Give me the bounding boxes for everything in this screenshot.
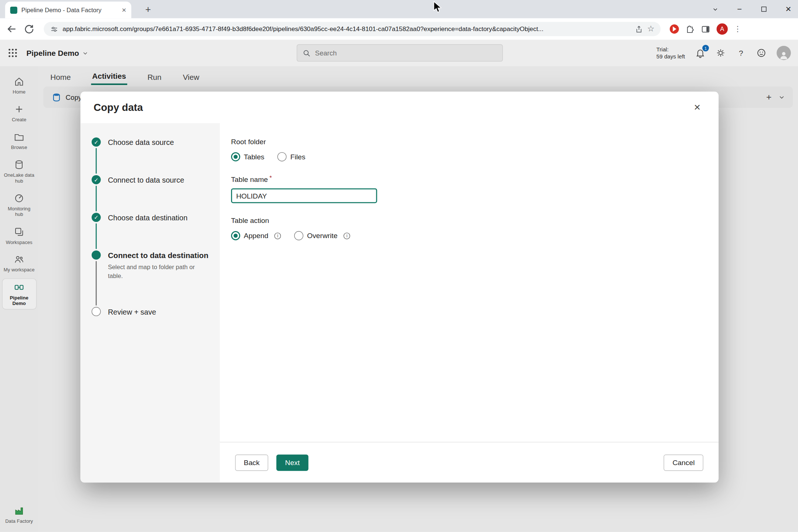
header-right-cluster: Trial: 59 days left 1 ? <box>656 46 791 60</box>
new-tab-button[interactable]: + <box>142 3 155 16</box>
step-description: Select and map to folder path or table. <box>108 263 206 281</box>
tab-home[interactable]: Home <box>50 68 72 84</box>
search-input[interactable] <box>315 49 497 57</box>
close-window-button[interactable]: × <box>784 4 793 14</box>
puzzle-extensions-icon[interactable] <box>685 24 695 34</box>
wizard-step-connect-to-data-source[interactable]: ✓ Connect to data source <box>92 175 220 213</box>
radio-append[interactable]: Append i <box>231 231 281 240</box>
address-bar[interactable]: app.fabric.microsoft.com/groups/7e661a71… <box>44 22 661 36</box>
cancel-button[interactable]: Cancel <box>664 454 703 471</box>
chevron-down-icon <box>83 50 88 56</box>
table-name-input[interactable] <box>231 188 377 203</box>
radio-selected-icon <box>231 231 240 240</box>
side-panel-icon[interactable] <box>701 24 710 34</box>
sidebar-item-browse[interactable]: Browse <box>2 129 36 153</box>
tab-activities[interactable]: Activities <box>91 68 127 85</box>
sidebar-item-my-workspace[interactable]: My workspace <box>2 251 36 276</box>
dialog-body: ✓ Choose data source ✓ Connect to data s… <box>81 123 719 482</box>
step-complete-icon: ✓ <box>92 175 101 184</box>
info-icon[interactable]: i <box>275 233 281 239</box>
favicon-icon <box>10 6 17 13</box>
tab-close-icon[interactable]: × <box>122 6 126 14</box>
root-folder-radio-group: Tables Files <box>231 152 719 162</box>
refresh-icon[interactable] <box>23 23 34 34</box>
wizard-step-review-save[interactable]: Review + save <box>92 307 220 316</box>
notifications-bell-icon[interactable]: 1 <box>695 48 706 58</box>
help-icon[interactable]: ? <box>736 48 746 58</box>
global-search[interactable] <box>297 44 503 62</box>
pipeline-icon <box>14 282 24 292</box>
bookmark-star-icon[interactable]: ☆ <box>647 25 655 33</box>
dialog-title: Copy data <box>94 102 143 113</box>
radio-unselected-icon <box>278 152 287 162</box>
home-icon <box>14 77 24 87</box>
step-connector <box>96 223 97 249</box>
browser-tabstrip: Pipeline Demo - Data Factory × + − × <box>0 0 798 18</box>
step-complete-icon: ✓ <box>92 138 101 147</box>
maximize-button[interactable] <box>759 4 768 14</box>
check-icon: ✓ <box>94 139 99 145</box>
extension-icon[interactable] <box>670 24 679 34</box>
dialog-footer: Back Next Cancel <box>220 442 719 482</box>
wizard-steps-panel: ✓ Choose data source ✓ Connect to data s… <box>81 123 220 482</box>
dialog-close-icon[interactable]: × <box>689 99 705 115</box>
tab-title: Pipeline Demo - Data Factory <box>21 6 118 13</box>
wizard-step-connect-to-data-destination[interactable]: Connect to data destination Select and m… <box>92 250 220 307</box>
wizard-step-choose-data-source[interactable]: ✓ Choose data source <box>92 138 220 175</box>
feedback-smiley-icon[interactable] <box>756 48 767 58</box>
add-activity-icon[interactable]: + <box>766 93 771 102</box>
screen: Pipeline Demo - Data Factory × + − × app… <box>0 0 798 532</box>
step-current-icon <box>92 250 101 260</box>
copy-activity-icon <box>51 92 62 102</box>
people-icon <box>14 254 24 265</box>
check-icon: ✓ <box>94 214 99 220</box>
data-factory-icon <box>14 505 24 516</box>
destination-form: Root folder Tables Files <box>220 123 719 442</box>
sidebar-item-monitoring-hub[interactable]: Monitoring hub <box>2 190 36 220</box>
copy-data-dialog: Copy data × ✓ Choose data source ✓ Conne… <box>81 92 719 482</box>
site-info-icon[interactable] <box>50 25 58 33</box>
back-button[interactable]: Back <box>235 454 268 471</box>
next-button[interactable]: Next <box>276 454 308 471</box>
sidebar-item-home[interactable]: Home <box>2 73 36 98</box>
sidebar-item-onelake-data-hub[interactable]: OneLake data hub <box>2 156 36 187</box>
root-folder-label: Root folder <box>231 138 719 146</box>
info-icon[interactable]: i <box>344 233 350 239</box>
check-icon: ✓ <box>94 177 99 182</box>
workspace-switcher[interactable]: Pipeline Demo <box>27 48 88 57</box>
radio-unselected-icon <box>294 231 303 240</box>
tab-view[interactable]: View <box>182 68 200 84</box>
radio-files[interactable]: Files <box>278 152 305 162</box>
extensions-area: A ⋮ <box>670 23 741 34</box>
copy-activity-label: Copy <box>66 94 82 101</box>
waffle-menu-icon[interactable] <box>7 47 18 58</box>
radio-tables[interactable]: Tables <box>231 152 264 162</box>
user-avatar[interactable] <box>777 46 791 60</box>
sidebar-item-pipeline-demo[interactable]: Pipeline Demo <box>2 279 36 309</box>
minimize-button[interactable]: − <box>735 4 744 14</box>
browser-menu-icon[interactable]: ⋮ <box>734 24 741 34</box>
window-chevron-icon[interactable] <box>710 4 720 14</box>
sidebar-item-data-factory[interactable]: Data Factory <box>2 502 36 527</box>
database-icon <box>14 159 24 170</box>
sidebar-item-create[interactable]: Create <box>2 101 36 126</box>
folder-icon <box>14 132 24 142</box>
copy-data-activity-item[interactable]: Copy <box>51 92 82 102</box>
step-connector <box>96 148 97 174</box>
radio-selected-icon <box>231 152 240 162</box>
workspace-name: Pipeline Demo <box>27 48 79 57</box>
browser-tab[interactable]: Pipeline Demo - Data Factory × <box>5 1 131 18</box>
step-connector <box>96 186 97 211</box>
share-icon[interactable] <box>635 25 643 33</box>
chevron-down-icon[interactable] <box>779 94 785 101</box>
gauge-icon <box>14 193 24 204</box>
wizard-step-choose-data-destination[interactable]: ✓ Choose data destination <box>92 213 220 251</box>
sidebar-item-workspaces[interactable]: Workspaces <box>2 223 36 248</box>
settings-gear-icon[interactable] <box>716 48 726 58</box>
notification-badge: 1 <box>702 45 709 51</box>
table-action-label: Table action <box>231 216 719 224</box>
radio-overwrite[interactable]: Overwrite i <box>294 231 350 240</box>
back-icon[interactable] <box>6 23 17 34</box>
browser-profile-avatar[interactable]: A <box>717 23 728 34</box>
tab-run[interactable]: Run <box>146 68 162 84</box>
